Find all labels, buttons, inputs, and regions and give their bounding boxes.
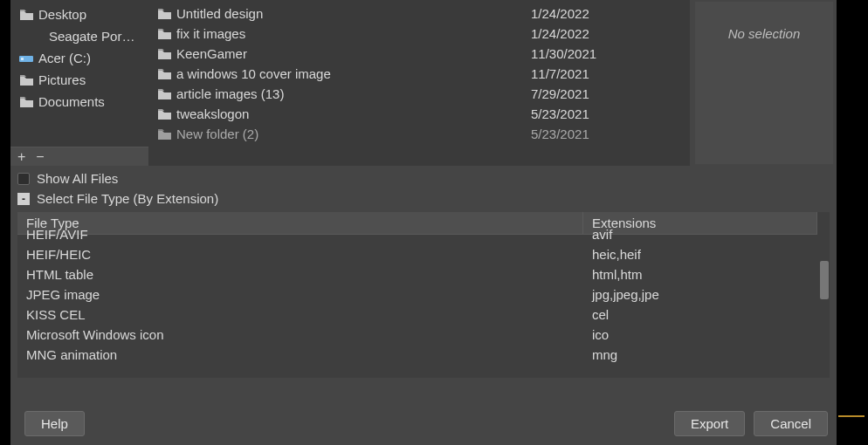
select-file-type-row[interactable]: - Select File Type (By Extension) [17,188,830,209]
folder-icon [19,95,33,109]
folder-icon [157,67,171,81]
places-list: DesktopSeagate Por…Acer (C:)PicturesDocu… [10,0,148,147]
file-type-row[interactable]: HTML tablehtml,htm [17,264,817,284]
file-row[interactable]: fix it images1/24/2022 [148,24,690,44]
file-row[interactable]: New folder (2)5/23/2021 [148,124,690,144]
file-type-name: KISS CEL [17,307,583,322]
file-type-row[interactable]: JPEG imagejpg,jpeg,jpe [17,284,817,305]
file-type-ext: mng [583,347,817,362]
file-type-name: JPEG image [17,287,583,302]
folder-icon [19,73,33,87]
places-item-label: Desktop [38,7,86,22]
remove-bookmark-button[interactable]: − [36,150,44,164]
file-type-ext: html,htm [583,267,817,282]
file-type-ext: jpg,jpeg,jpe [583,287,817,302]
file-type-row[interactable]: MNG animationmng [17,345,817,365]
select-file-type-label: Select File Type (By Extension) [37,191,218,206]
export-dialog: DesktopSeagate Por…Acer (C:)PicturesDocu… [10,0,837,445]
show-all-files-label: Show All Files [37,171,118,186]
export-button[interactable]: Export [674,411,745,436]
file-type-row[interactable]: HEIF/HEICheic,heif [17,244,817,264]
file-row[interactable]: article images (13)7/29/2021 [148,84,690,104]
places-panel: DesktopSeagate Por…Acer (C:)PicturesDocu… [10,0,148,166]
file-type-row[interactable]: Microsoft Windows iconico [17,325,817,345]
blank-icon [30,30,44,44]
file-date-label: 5/23/2021 [531,127,681,141]
file-date-label: 1/24/2022 [531,6,681,21]
show-all-files-row[interactable]: Show All Files [17,168,830,188]
options-area: Show All Files - Select File Type (By Ex… [10,166,837,210]
places-item[interactable]: Desktop [10,3,148,25]
file-rows: Untitled design1/24/2022fix it images1/2… [148,0,690,147]
places-item-label: Pictures [38,72,86,87]
app-right-strip [838,0,868,445]
places-item-label: Acer (C:) [38,51,91,65]
folder-icon [157,27,171,41]
show-all-files-checkbox[interactable] [17,173,30,185]
folder-icon [157,107,171,121]
file-type-ext: heic,heif [583,247,817,262]
file-row[interactable]: a windows 10 cover image11/7/2021 [148,64,690,84]
file-row[interactable]: tweakslogon5/23/2021 [148,104,690,124]
places-item[interactable]: Documents [10,91,148,113]
file-type-scrollbar[interactable] [817,212,830,378]
folder-icon [157,7,171,21]
file-date-label: 5/23/2021 [531,106,681,121]
file-type-body: HEIF/AVIFavifHEIF/HEICheic,heifHTML tabl… [17,224,817,365]
file-type-name: HTML table [17,267,583,282]
file-type-name: MNG animation [17,347,583,362]
file-name-label: Untitled design [176,6,263,21]
file-type-name: HEIF/AVIF [17,227,583,242]
add-bookmark-button[interactable]: + [17,150,25,164]
button-bar: Help Export Cancel [10,400,837,445]
file-date-label: 7/29/2021 [531,86,681,101]
svg-rect-1 [21,58,24,60]
preview-pane: No selection [695,2,833,164]
file-name-label: New folder (2) [176,127,258,141]
file-name-label: tweakslogon [176,106,249,121]
places-item[interactable]: Pictures [10,69,148,91]
file-name-label: fix it images [176,26,245,41]
file-date-label: 11/30/2021 [531,46,681,61]
file-type-row[interactable]: HEIF/AVIFavif [17,224,817,244]
folder-icon [157,47,171,61]
file-type-scroll-thumb[interactable] [820,261,829,299]
file-type-ext: cel [583,307,817,322]
file-type-row[interactable]: KISS CELcel [17,305,817,325]
file-row[interactable]: Untitled design1/24/2022 [148,3,690,24]
cancel-button[interactable]: Cancel [754,411,828,436]
file-name-label: article images (13) [176,86,284,101]
file-browser: DesktopSeagate Por…Acer (C:)PicturesDocu… [10,0,837,166]
file-date-label: 1/24/2022 [531,26,681,41]
file-type-name: Microsoft Windows icon [17,327,583,342]
places-toolbar: + − [10,147,148,166]
file-type-ext: avif [583,227,817,242]
file-list-panel: Untitled design1/24/2022fix it images1/2… [148,0,690,166]
preview-empty-text: No selection [728,26,801,41]
folder-icon [157,127,171,141]
places-item[interactable]: Seagate Por… [10,25,148,47]
file-type-table: File Type Extensions HEIF/AVIFavifHEIF/H… [17,212,830,378]
file-type-expander[interactable]: - [17,193,30,205]
file-name-label: a windows 10 cover image [176,66,331,81]
folder-icon [19,8,33,22]
help-button[interactable]: Help [24,411,85,436]
folder-icon [157,87,171,101]
places-item[interactable]: Acer (C:) [10,47,148,69]
file-row[interactable]: KeenGamer11/30/2021 [148,44,690,64]
file-name-label: KeenGamer [176,46,247,61]
places-item-label: Seagate Por… [49,29,134,44]
drive-icon [19,51,33,65]
file-type-name: HEIF/HEIC [17,247,583,262]
file-type-ext: ico [583,327,817,342]
file-date-label: 11/7/2021 [531,66,681,81]
places-item-label: Documents [38,94,105,109]
